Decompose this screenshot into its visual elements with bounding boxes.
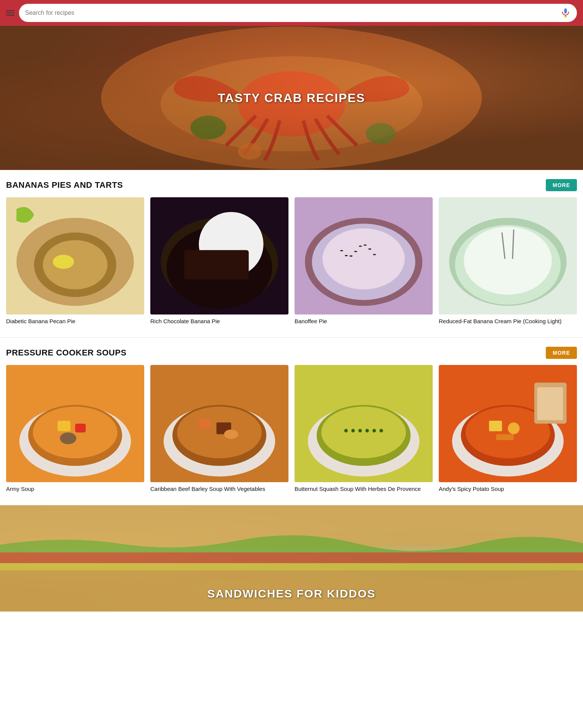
recipe-card[interactable]: Rich Chocolate Banana Pie [150, 197, 288, 325]
svg-point-67 [508, 422, 520, 434]
header [0, 0, 583, 26]
section-title-bananas-pies: BANANAS PIES AND TARTS [6, 180, 123, 190]
svg-rect-28 [359, 246, 362, 247]
recipe-grid-pressure-soups: Army SoupCaribbean Beef Barley Soup With… [6, 365, 577, 502]
sections-container: BANANAS PIES AND TARTSMOREDiabetic Banan… [0, 170, 583, 505]
more-button-bananas-pies[interactable]: MORE [546, 179, 577, 191]
section-pressure-soups: PRESSURE COOKER SOUPSMOREArmy SoupCaribb… [0, 338, 583, 505]
recipe-image [6, 197, 144, 314]
svg-rect-26 [350, 255, 353, 256]
svg-point-41 [33, 407, 118, 458]
svg-rect-31 [373, 254, 376, 255]
svg-point-58 [358, 429, 362, 432]
svg-rect-70 [537, 387, 563, 420]
svg-point-51 [224, 429, 238, 439]
svg-rect-43 [75, 424, 86, 432]
svg-point-57 [351, 429, 355, 432]
recipe-image [439, 197, 577, 314]
svg-rect-29 [364, 244, 367, 245]
svg-rect-68 [496, 434, 514, 440]
svg-point-9 [238, 143, 262, 160]
recipe-card[interactable]: Banoffee Pie [295, 197, 433, 325]
recipe-name: Caribbean Beef Barley Soup With Vegetabl… [150, 485, 288, 493]
recipe-name: Butternut Squash Soup With Herbes De Pro… [295, 485, 433, 493]
search-bar[interactable] [19, 4, 577, 22]
svg-point-8 [366, 123, 395, 144]
recipe-name: Banoffee Pie [295, 318, 433, 325]
recipe-image [439, 365, 577, 482]
svg-rect-66 [489, 421, 502, 431]
svg-rect-49 [199, 419, 211, 428]
svg-point-60 [372, 429, 376, 432]
svg-point-13 [43, 240, 107, 289]
hamburger-menu[interactable] [6, 10, 14, 16]
recipe-card[interactable]: Army Soup [6, 365, 144, 493]
svg-rect-74 [0, 552, 583, 563]
recipe-image [150, 365, 288, 482]
recipe-image [150, 197, 288, 314]
svg-point-35 [464, 226, 552, 294]
svg-rect-25 [345, 255, 348, 256]
bottom-banner: SANDWICHES FOR KIDDOS [0, 505, 583, 612]
svg-point-55 [321, 407, 406, 458]
more-button-pressure-soups[interactable]: MORE [546, 347, 577, 359]
svg-rect-27 [354, 251, 357, 252]
mic-icon[interactable] [560, 8, 571, 18]
recipe-image [295, 365, 433, 482]
section-header-bananas-pies: BANANAS PIES AND TARTSMORE [6, 179, 577, 191]
svg-point-14 [53, 255, 74, 269]
section-header-pressure-soups: PRESSURE COOKER SOUPSMORE [6, 347, 577, 359]
recipe-image [6, 365, 144, 482]
svg-rect-42 [58, 421, 71, 431]
svg-point-59 [366, 429, 369, 432]
hero-title: TASTY CRAB RECIPES [218, 91, 366, 105]
svg-point-7 [191, 116, 226, 140]
svg-rect-75 [0, 563, 583, 570]
svg-point-44 [60, 432, 76, 444]
svg-rect-30 [368, 248, 371, 250]
recipe-image [295, 197, 433, 314]
recipe-name: Diabetic Banana Pecan Pie [6, 318, 144, 325]
recipe-card[interactable]: Caribbean Beef Barley Soup With Vegetabl… [150, 365, 288, 493]
svg-rect-24 [340, 250, 343, 251]
recipe-card[interactable]: Diabetic Banana Pecan Pie [6, 197, 144, 325]
svg-point-56 [344, 429, 348, 432]
section-bananas-pies: BANANAS PIES AND TARTSMOREDiabetic Banan… [0, 170, 583, 337]
recipe-card[interactable]: Reduced-Fat Banana Cream Pie (Cooking Li… [439, 197, 577, 325]
svg-rect-19 [184, 250, 249, 279]
recipe-name: Army Soup [6, 485, 144, 493]
recipe-name: Rich Chocolate Banana Pie [150, 318, 288, 325]
svg-rect-0 [564, 8, 567, 13]
bottom-banner-title: SANDWICHES FOR KIDDOS [207, 587, 376, 600]
recipe-grid-bananas-pies: Diabetic Banana Pecan PieRich Chocolate … [6, 197, 577, 334]
search-input[interactable] [25, 9, 560, 16]
recipe-card[interactable]: Andy's Spicy Potato Soup [439, 365, 577, 493]
hero-banner: TASTY CRAB RECIPES [0, 26, 583, 170]
recipe-name: Reduced-Fat Banana Cream Pie (Cooking Li… [439, 318, 577, 325]
recipe-name: Andy's Spicy Potato Soup [439, 485, 577, 493]
section-title-pressure-soups: PRESSURE COOKER SOUPS [6, 348, 126, 358]
svg-point-61 [380, 429, 383, 432]
svg-point-23 [323, 228, 405, 289]
recipe-card[interactable]: Butternut Squash Soup With Herbes De Pro… [295, 365, 433, 493]
